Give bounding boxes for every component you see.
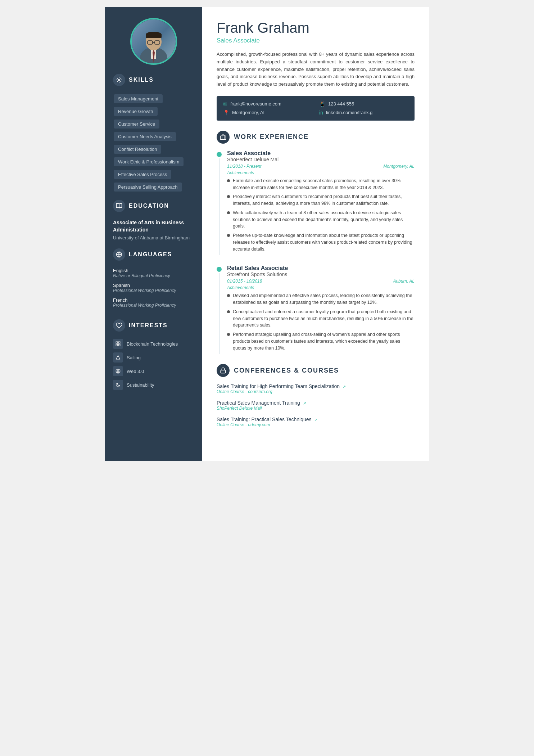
work-bullet: Devised and implemented an effective sal… (227, 292, 415, 306)
language-level: Professional Working Proficiency (113, 288, 194, 293)
bullet-dot (227, 195, 230, 198)
avatar-section (105, 7, 202, 74)
work-company: ShoPerfect Deluxe Mal (227, 157, 415, 162)
education-degree: Associate of Arts in Business Administra… (113, 219, 194, 233)
work-company: Storefront Sports Solutions (227, 271, 415, 277)
interest-name: Sustainability (127, 382, 154, 388)
conference-item: Sales Training: Practical Sales Techniqu… (217, 417, 415, 427)
work-entries: Sales Associate ShoPerfect Deluxe Mal 11… (217, 150, 415, 354)
svg-rect-13 (116, 342, 118, 344)
external-link-icon: ↗ (303, 401, 306, 405)
contact-linkedin: in linkedin.com/in/frank.g (319, 110, 408, 116)
language-item: SpanishProfessional Working Proficiency (113, 283, 194, 293)
skills-list: Sales ManagementRevenue GrowthCustomer S… (113, 93, 194, 193)
language-item: FrenchProfessional Working Proficiency (113, 297, 194, 308)
languages-title: LANGUAGES (129, 251, 172, 258)
work-icon (217, 131, 230, 144)
work-location: Auburn, AL (393, 279, 415, 284)
work-content: Retail Sales Associate Storefront Sports… (227, 265, 415, 354)
work-timeline (217, 150, 222, 255)
svg-rect-15 (116, 345, 118, 346)
svg-rect-21 (221, 370, 226, 373)
interest-icon (113, 352, 123, 363)
interest-item: Sustainability (113, 380, 194, 390)
sidebar: SKILLS Sales ManagementRevenue GrowthCus… (105, 7, 202, 461)
resume-container: SKILLS Sales ManagementRevenue GrowthCus… (105, 7, 429, 461)
external-link-icon: ↗ (314, 418, 317, 422)
skill-tag: Effective Sales Process (114, 170, 171, 179)
education-title: EDUCATION (129, 203, 169, 209)
work-entry: Sales Associate ShoPerfect Deluxe Mal 11… (217, 150, 415, 255)
svg-point-10 (118, 79, 120, 81)
education-school: University of Alabama at Birmingham (113, 235, 194, 241)
conference-subtitle: ShoPerfect Deluxe Mall (217, 406, 415, 411)
language-name: English (113, 268, 194, 273)
conference-title: Practical Sales Management Training ↗ (217, 400, 415, 406)
work-bullet: Formulate and execute compelling seasona… (227, 177, 415, 191)
interests-list: Blockchain TechnologiesSailingWeb 3.0Sus… (113, 339, 194, 390)
bullet-dot (227, 294, 230, 297)
work-section-title: WORK EXPERIENCE (234, 133, 309, 141)
skill-tag: Work Ethic & Professionalism (114, 157, 184, 166)
work-dates: 11/2018 - Present (227, 164, 261, 169)
conference-subtitle: Online Course - coursera.org (217, 389, 415, 394)
skill-tag: Customer Service (114, 120, 159, 129)
interest-item: Blockchain Technologies (113, 339, 194, 349)
bullet-dot (227, 211, 230, 214)
work-bullet: Work collaboratively with a team of 8 ot… (227, 210, 415, 230)
languages-icon (113, 248, 125, 261)
skills-header: SKILLS (113, 74, 194, 88)
external-link-icon: ↗ (343, 384, 346, 389)
work-dot (217, 267, 222, 272)
work-bullet: Preserve up-to-date knowledge and inform… (227, 232, 415, 252)
interest-icon (113, 366, 123, 376)
interest-item: Web 3.0 (113, 366, 194, 376)
skills-title: SKILLS (129, 77, 154, 83)
language-name: Spanish (113, 283, 194, 288)
work-title: Sales Associate (227, 150, 415, 157)
language-item: EnglishNative or Bilingual Proficiency (113, 268, 194, 278)
language-level: Professional Working Proficiency (113, 303, 194, 308)
skill-tag: Customer Needs Analysis (114, 132, 176, 141)
bullet-dot (227, 310, 230, 313)
person-title: Sales Associate (217, 37, 415, 44)
languages-section: LANGUAGES EnglishNative or Bilingual Pro… (105, 248, 202, 319)
skill-tag: Sales Management (114, 94, 163, 103)
svg-rect-20 (221, 136, 226, 140)
work-timeline (217, 265, 222, 354)
skills-icon (113, 74, 125, 86)
conference-title: Sales Training: Practical Sales Techniqu… (217, 417, 415, 422)
svg-rect-9 (146, 34, 162, 38)
work-dot (217, 152, 222, 157)
work-meta: 11/2018 - Present Montgomery, AL (227, 164, 415, 169)
interest-name: Web 3.0 (127, 369, 144, 374)
contact-phone: 📱 123 444 555 (319, 101, 408, 107)
interests-header: INTERESTS (113, 319, 194, 333)
work-entry: Retail Sales Associate Storefront Sports… (217, 265, 415, 354)
conferences-list: Sales Training for High Performing Team … (217, 383, 415, 427)
skill-tag: Conflict Resolution (114, 145, 161, 154)
work-line (219, 273, 220, 354)
bullet-dot (227, 179, 230, 182)
linkedin-icon: in (319, 110, 323, 116)
work-bullet: Performed strategic upselling and cross-… (227, 331, 415, 351)
interest-item: Sailing (113, 352, 194, 363)
language-level: Native or Bilingual Proficiency (113, 273, 194, 278)
conf-icon (217, 364, 230, 377)
person-summary: Accomplished, growth-focused professiona… (217, 51, 415, 88)
contact-location: 📍 Montgomery, AL (223, 110, 312, 116)
skill-tag: Persuasive Selling Approach (114, 183, 182, 192)
work-title: Retail Sales Associate (227, 265, 415, 271)
interest-name: Sailing (127, 355, 141, 360)
work-content: Sales Associate ShoPerfect Deluxe Mal 11… (227, 150, 415, 255)
languages-header: LANGUAGES (113, 248, 194, 262)
interest-icon (113, 380, 123, 390)
interest-name: Blockchain Technologies (127, 341, 178, 347)
work-meta: 01/2015 - 10/2018 Auburn, AL (227, 279, 415, 284)
bullet-dot (227, 234, 230, 237)
work-bullet: Proactively interact with customers to r… (227, 193, 415, 207)
work-line (219, 158, 220, 255)
conference-item: Sales Training for High Performing Team … (217, 383, 415, 394)
location-icon: 📍 (223, 110, 229, 116)
svg-rect-14 (118, 342, 120, 344)
